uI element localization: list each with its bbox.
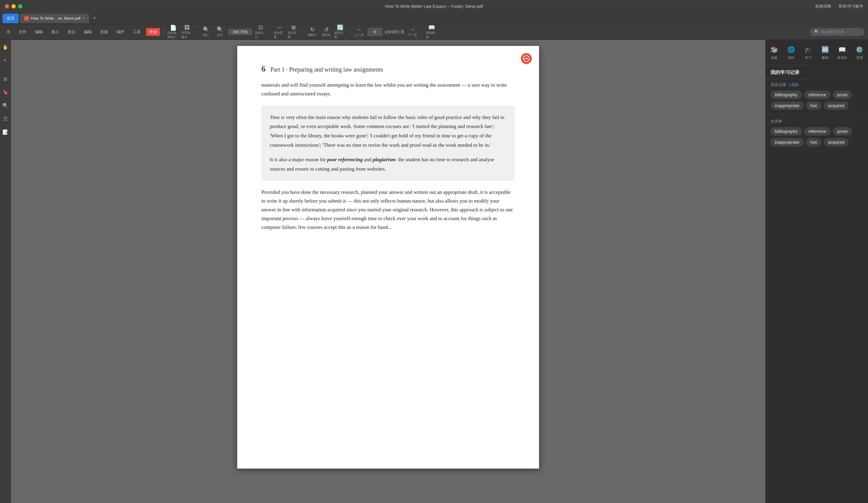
search-icon: 🔍 [814,30,819,34]
vocab-word-acquired[interactable]: acquired [824,138,849,146]
vocab-word-hon[interactable]: hon [806,138,822,146]
history-word-bibliography[interactable]: bibliography [771,91,802,99]
prev-page-btn[interactable]: ← 上一页 [353,26,365,38]
minimize-button[interactable] [11,4,16,9]
vocab-word-inappropriate[interactable]: inappropriate [771,138,804,146]
quote-box: Time is very often the main reason why s… [261,106,515,181]
quote-time-word: Time [270,114,280,120]
zoom-out-btn[interactable]: 🔍 缩小 [200,26,212,38]
fit-width-btn[interactable]: ↔ 适合宽度 [274,26,285,38]
new-tab-button[interactable]: + [90,14,99,23]
edit-btn[interactable]: 编辑 [81,28,95,36]
tab-pdf-label: How To Write ...er, Steve.pdf [31,16,80,21]
dict-icon: 📚 [769,45,779,54]
start-btn[interactable]: 开始 [146,28,160,36]
annotate-menu[interactable]: 批注 [65,28,79,36]
wiki-icon: 🌐 [786,45,796,54]
body-text-1: materials and will find yourself attempt… [261,81,515,99]
close-button[interactable] [5,4,9,9]
dict-btn[interactable]: 📚 词典 [766,43,782,62]
vocab-word-tags: bibliography reference prose inappropria… [771,127,863,146]
insert-menu[interactable]: 插入 [48,28,62,36]
total-pages-label: (19/297) 页 [385,29,404,35]
clear-button[interactable]: | 清除 [789,82,798,88]
protect-menu[interactable]: 保护 [113,28,127,36]
counterwise-btn[interactable]: ↺ 逆时针 [321,26,332,38]
tools-menu[interactable]: 工具 [130,28,144,36]
manage-label: 管理 [856,55,863,60]
next-page-btn[interactable]: → 下一页 [407,26,418,38]
sidebar-search-icon[interactable]: 🔍 [1,101,10,110]
history-word-hon[interactable]: hon [806,101,822,110]
zoom-in-btn[interactable]: 🔍 放大 [214,26,226,38]
continuous-read-btn[interactable]: 📖 连续阅读 [426,26,437,38]
hamburger-menu[interactable]: ☰ [4,28,13,35]
manage-icon: ⚙️ [855,45,864,54]
actual-size-btn[interactable]: ⊡ 实际大小 [255,26,266,38]
poor-referencing-text: poor referencing [327,157,363,162]
history-word-inappropriate[interactable]: inappropriate [771,101,804,110]
tab-home[interactable]: 首页 [2,13,19,23]
sidebar-thumbnail-icon[interactable]: ⊞ [1,74,10,83]
svg-point-2 [526,58,527,59]
edit-menu[interactable]: 编辑 [32,28,46,36]
history-word-reference[interactable]: reference [804,91,830,99]
quote-text-content: is very often the main reason why studen… [270,114,504,148]
file-menu[interactable]: 文件 [16,28,30,36]
main-area: ✋ ↖ ⊞ 🔖 🔍 ☰ 📝 6 Part 1 · Preparing and w… [0,40,868,503]
rotate-doc-label: 旋转文档 [334,31,346,39]
clockwise-btn[interactable]: ↻ 顺时针 [307,26,318,38]
wiki-btn[interactable]: 🌐 百科 [783,43,799,62]
history-title: 历史记录 [771,82,786,88]
fit-page-btn[interactable]: ⊞ 适合页面 [288,26,299,38]
pdf-image-icon: 🖼 [184,25,190,30]
clockwise-label: 顺时针 [308,33,317,37]
next-page-label: 下一页 [408,33,417,37]
zoom-value-display[interactable]: 168.75% [228,29,252,35]
fit-width-icon: ↔ [277,25,282,30]
panel-title: 我的学习记录 [771,70,799,76]
counterwise-icon: ↺ [324,27,329,32]
sidebar-bookmark-icon[interactable]: 🔖 [1,88,10,96]
continuous-read-icon: 📖 [428,25,435,30]
separator-5 [350,28,350,36]
manage-btn[interactable]: ⚙️ 管理 [852,43,867,62]
wiki-label: 百科 [788,55,794,60]
rotate-doc-btn[interactable]: 🔄 旋转文档 [334,26,346,38]
toolbar: ☰ 文件 编辑 插入 批注 编辑 页面 保护 工具 开始 📄 PDF转Word … [0,24,868,40]
prev-page-icon: ← [356,27,362,32]
vocab-word-bibliography[interactable]: bibliography [771,127,802,135]
wordbook-btn[interactable]: 📖 单词本 [834,43,850,62]
pdf-to-word-btn[interactable]: 📄 PDF转Word [167,26,179,38]
hamburger-icon: ☰ [7,30,10,34]
tab-bar: 首页 P How To Write ...er, Steve.pdf ✕ + [0,13,868,24]
page-dot-indicator[interactable] [521,53,532,64]
search-placeholder: 点此查找文本 [821,29,845,35]
vocab-section: 生词本 bibliography reference prose inappro… [766,116,868,150]
vocab-word-reference[interactable]: reference [804,127,830,135]
history-word-acquired[interactable]: acquired [824,101,849,110]
sidebar-hand-tool[interactable]: ✋ [1,43,10,51]
tab-pdf[interactable]: P How To Write ...er, Steve.pdf ✕ [20,13,89,23]
vocab-header: 生词本 [771,119,863,124]
pdf-to-image-btn[interactable]: 🖼 PDF转图片 [182,26,193,38]
sidebar-select-tool[interactable]: ↖ [1,56,10,65]
sidebar-nav-icon[interactable]: ☰ [1,114,10,123]
pdf-viewer[interactable]: 6 Part 1 · Preparing and writing law ass… [11,40,765,503]
vocab-word-prose[interactable]: prose [833,127,852,135]
page-menu[interactable]: 页面 [97,28,111,36]
sidebar-annot-icon[interactable]: 📝 [1,128,10,136]
study-icon: 🎓 [803,45,813,54]
study-btn[interactable]: 🎓 学习 [800,43,816,62]
login-label[interactable]: 登录/学习账号 [838,4,863,9]
zoom-in-label: 放大 [217,33,223,37]
page-nav: ← 上一页 6 (19/297) 页 → 下一页 [353,26,418,38]
history-word-prose[interactable]: prose [833,91,852,99]
counterwise-label: 逆时针 [322,33,331,37]
maximize-button[interactable] [18,4,22,9]
left-sidebar: ✋ ↖ ⊞ 🔖 🔍 ☰ 📝 [0,40,11,503]
search-area[interactable]: 🔍 点此查找文本 [810,28,864,36]
page-number-input[interactable]: 6 [367,28,382,36]
tab-close-icon[interactable]: ✕ [82,16,85,20]
translate-btn[interactable]: 🔤 翻译 [817,43,833,62]
